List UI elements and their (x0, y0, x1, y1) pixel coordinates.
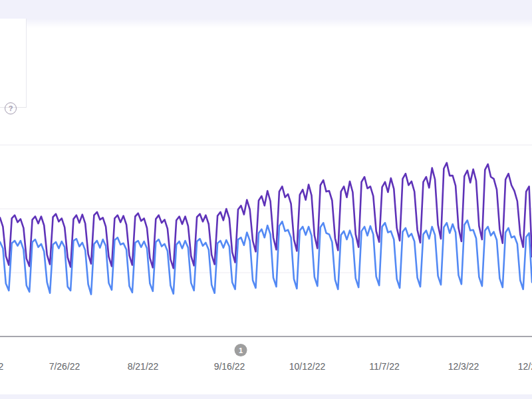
x-axis-label: 9/16/22 (214, 361, 245, 372)
metric-panel-edge: ? (0, 19, 27, 108)
x-axis-label: 12/3/22 (448, 361, 479, 372)
performance-chart[interactable] (0, 108, 532, 337)
annotation-badge-1[interactable]: 1 (235, 344, 247, 356)
x-axis-label: 8/21/22 (128, 361, 159, 372)
x-axis-label: 10/12/22 (289, 361, 326, 372)
purple-line (0, 163, 532, 268)
performance-chart-svg (0, 108, 532, 337)
x-axis: 6/30/227/26/228/21/229/16/2210/12/2211/7… (0, 359, 532, 376)
top-app-bar-band (0, 0, 532, 19)
blue-line (0, 220, 532, 294)
bottom-band (0, 394, 532, 399)
x-axis-label: 6/30/22 (0, 361, 3, 372)
top-app-bar-shadow (0, 19, 532, 28)
x-axis-label: 11/7/22 (369, 361, 400, 372)
x-axis-label: 7/26/22 (49, 361, 80, 372)
x-axis-label: 12/29/22 (518, 361, 532, 372)
